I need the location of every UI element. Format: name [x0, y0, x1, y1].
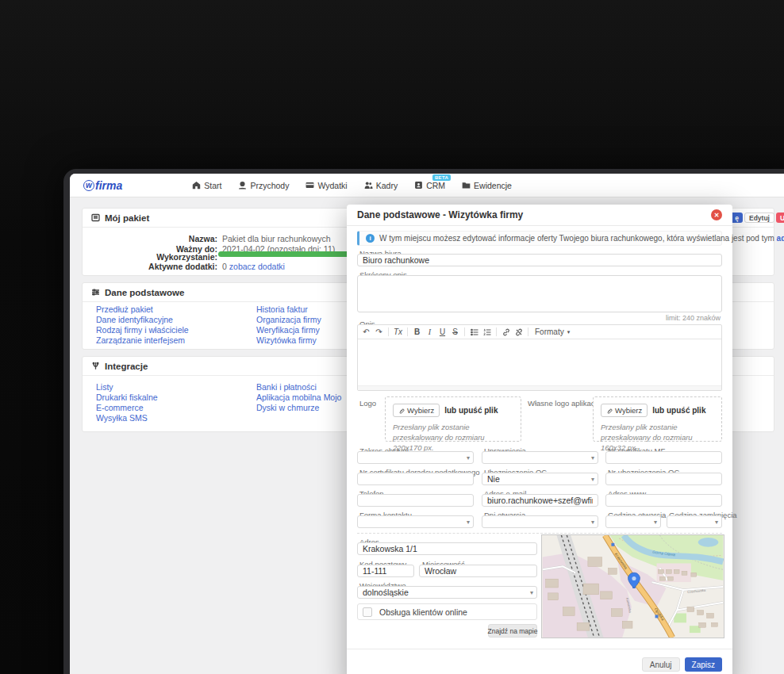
forma-select[interactable]: ▾: [357, 515, 474, 528]
link-wysylka-sms[interactable]: Wysyłka SMS: [96, 414, 158, 423]
link-ecommerce[interactable]: E-commerce: [96, 404, 158, 412]
nav-label: CRM: [426, 181, 445, 190]
row-label: Aktywne dodatki:: [86, 262, 217, 271]
logo-choose-button[interactable]: Wybierz: [393, 404, 440, 417]
link-drukarki-fiskalne[interactable]: Drukarki fiskalne: [96, 393, 158, 402]
row-label: Nazwa:: [86, 235, 217, 243]
top-navbar: wfirma Start Przychody Wydatki Kadry CRM: [70, 174, 784, 197]
nav-item-przychody[interactable]: Przychody: [238, 181, 289, 190]
godz-otw-select[interactable]: ▾: [605, 515, 661, 528]
info-icon: i: [366, 234, 375, 243]
app-screen: wfirma Start Przychody Wydatki Kadry CRM: [70, 174, 784, 674]
drop-hint: lub upuść plik: [652, 406, 705, 415]
link-aplikacja-mojo[interactable]: Aplikacja mobilna Mojo: [256, 393, 341, 402]
char-limit-note: limit: 240 znaków: [666, 314, 721, 322]
nr-oc-input[interactable]: [605, 473, 722, 485]
remove-format-icon[interactable]: Tx: [392, 327, 404, 338]
underline-icon[interactable]: U: [436, 327, 448, 338]
map-canvas: Krakowska Opolska Górna Oława Czechowska…: [542, 535, 724, 638]
nav-item-wydatki[interactable]: Wydatki: [306, 181, 347, 190]
link-historia-faktur[interactable]: Historia faktur: [256, 305, 321, 314]
logo-app-dropzone[interactable]: Wybierz lub upuść plik Przesłany plik zo…: [593, 396, 722, 442]
redo-icon[interactable]: ↷: [373, 327, 385, 338]
skrocony-opis-textarea[interactable]: [357, 275, 722, 312]
find-on-map-button[interactable]: Znajdź na mapie: [488, 624, 537, 638]
pakiet-row-dodatki: Aktywne dodatki: 0 zobacz dodatki: [86, 262, 285, 271]
nav-item-ewidencje[interactable]: Ewidencje: [462, 181, 512, 190]
strikethrough-icon[interactable]: S: [449, 327, 461, 338]
zobacz-dodatki-link[interactable]: zobacz dodatki: [229, 262, 285, 271]
wojewodztwo-select[interactable]: dolnośląskie▾: [357, 586, 537, 599]
miejscowosc-input[interactable]: [419, 565, 537, 577]
nazwa-biura-input[interactable]: [357, 254, 722, 266]
row-value: 0 zobacz dodatki: [222, 262, 285, 271]
people-icon: [364, 181, 373, 190]
link-dyski-chmura[interactable]: Dyski w chmurze: [256, 404, 341, 412]
link-listy[interactable]: Listy: [96, 383, 158, 392]
oc-select[interactable]: Nie▾: [482, 473, 598, 485]
package-icon: [91, 213, 100, 222]
link-weryfikacja-firmy[interactable]: Weryfikacja firmy: [256, 326, 321, 335]
close-icon[interactable]: ✕: [711, 209, 722, 220]
addons-count: 0: [222, 262, 227, 271]
map[interactable]: Krakowska Opolska Górna Oława Czechowska…: [541, 534, 724, 638]
dni-select[interactable]: ▾: [482, 515, 598, 528]
dane-links-right: Historia faktur Organizacja firmy Weryfi…: [256, 305, 321, 345]
link-wizytowka-firmy[interactable]: Wizytówka firmy: [256, 336, 321, 345]
online-service-checkbox[interactable]: [363, 607, 372, 617]
wfirma-logo[interactable]: wfirma: [83, 179, 122, 192]
plug-icon: [91, 362, 100, 370]
italic-icon[interactable]: I: [424, 327, 436, 338]
chevron-down-icon: ▾: [591, 476, 594, 484]
cancel-button[interactable]: Anuluj: [642, 657, 680, 672]
email-input[interactable]: [482, 494, 598, 507]
chevron-down-icon: ▾: [715, 519, 718, 527]
card-title: Mój pakiet: [105, 213, 149, 223]
nav-label: Start: [204, 181, 221, 190]
modal-title: Dane podstawowe - Wizytówka firmy: [357, 209, 523, 220]
edit-button[interactable]: Edytuj: [744, 213, 774, 223]
integracje-links-right: Banki i płatności Aplikacja mobilna Mojo…: [256, 383, 341, 412]
nav-item-start[interactable]: Start: [192, 181, 221, 190]
www-input[interactable]: [605, 494, 722, 507]
paperclip-icon: [606, 408, 613, 414]
logo-label: Logo: [359, 399, 376, 408]
zakres-select[interactable]: ▾: [357, 451, 474, 464]
link-dane-identyfikacyjne[interactable]: Dane identyfikacyjne: [96, 316, 189, 324]
logo-w-circle: w: [83, 180, 94, 191]
editor-content-area[interactable]: [358, 339, 721, 382]
bullet-list-icon[interactable]: [468, 327, 480, 338]
paperclip-icon: [398, 408, 405, 414]
monitor-frame: wfirma Start Przychody Wydatki Kadry CRM: [63, 169, 784, 674]
cert-doradcy-input[interactable]: [357, 473, 474, 485]
logo-app-choose-button[interactable]: Wybierz: [601, 404, 648, 417]
chevron-down-icon: ▾: [530, 589, 533, 597]
card-title: Dane podstawowe: [105, 288, 184, 297]
toolbar-divider: [464, 327, 465, 336]
adresem-link[interactable]: adresem: [777, 234, 784, 243]
link-przedluz-pakiet[interactable]: Przedłuż pakiet: [96, 305, 189, 314]
insert-link-icon[interactable]: [500, 327, 512, 338]
save-button[interactable]: Zapisz: [685, 657, 722, 672]
remove-link-icon[interactable]: [513, 327, 525, 338]
delete-button[interactable]: Usuń: [776, 213, 784, 223]
link-organizacja-firmy[interactable]: Organizacja firmy: [256, 316, 321, 324]
uprawnienia-select[interactable]: ▾: [482, 451, 598, 464]
link-banki-platnosci[interactable]: Banki i płatności: [256, 383, 341, 392]
link-zarzadzanie-interfejsem[interactable]: Zarządzanie interfejsem: [96, 336, 189, 345]
cert-mf-input[interactable]: [605, 451, 722, 464]
telefon-input[interactable]: [357, 494, 474, 507]
row-value: Pakiet dla biur rachunkowych: [222, 235, 331, 243]
nav-item-kadry[interactable]: Kadry: [364, 181, 398, 190]
logo-dropzone[interactable]: Wybierz lub upuść plik Przesłany plik zo…: [385, 396, 521, 442]
godz-zam-select[interactable]: ▾: [667, 515, 722, 528]
kod-pocztowy-input[interactable]: [357, 565, 414, 577]
undo-icon[interactable]: ↶: [360, 327, 372, 338]
numbered-list-icon[interactable]: [481, 327, 493, 338]
nav-item-crm[interactable]: CRM BETA: [414, 181, 445, 190]
bold-icon[interactable]: B: [411, 327, 423, 338]
adres-input[interactable]: [357, 542, 537, 555]
income-icon: [238, 181, 247, 190]
formats-dropdown[interactable]: Formaty▾: [532, 327, 573, 336]
link-rodzaj-firmy[interactable]: Rodzaj firmy i właściciele: [96, 326, 189, 335]
